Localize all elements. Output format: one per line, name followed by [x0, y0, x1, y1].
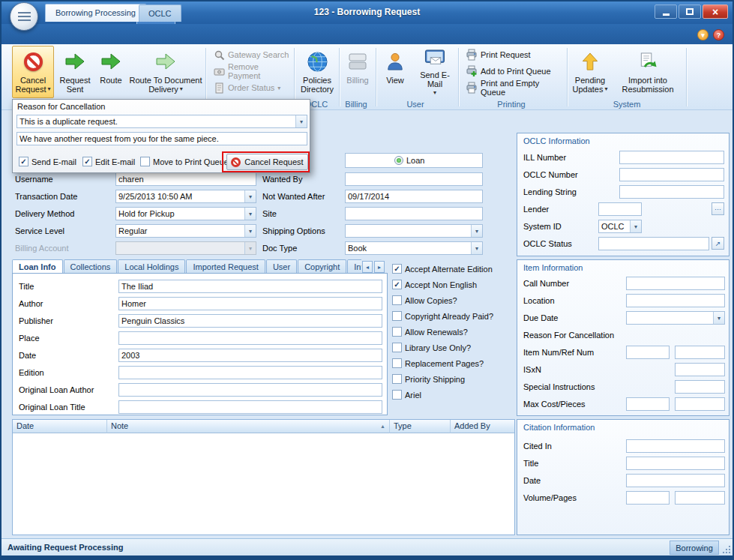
doc-type-select[interactable]: Book▾ — [345, 241, 483, 255]
tab-copyright[interactable]: Copyright — [298, 259, 346, 274]
edit-email-checkbox[interactable]: ✓Edit E-mail — [82, 156, 135, 167]
oclc-number-field[interactable] — [619, 168, 724, 181]
maximize-button[interactable] — [679, 4, 701, 19]
add-to-print-queue-button[interactable]: Add to Print Queue — [463, 64, 564, 79]
shipping-options-select[interactable]: ▾ — [345, 224, 483, 238]
request-sent-button[interactable]: Request Sent — [55, 46, 94, 98]
combo-arrow-icon[interactable]: ▾ — [244, 190, 256, 202]
column-header-note[interactable]: Note▲ — [107, 420, 390, 433]
column-header-type[interactable]: Type — [390, 420, 451, 433]
tab-scroll-left-button[interactable]: ◂ — [362, 261, 373, 273]
billing-button[interactable]: Billing — [341, 46, 374, 98]
site-field[interactable] — [345, 207, 483, 220]
wanted-by-field[interactable] — [345, 172, 483, 186]
tab-loan-info[interactable]: Loan Info — [12, 259, 63, 274]
option-checkbox[interactable]: Library Use Only? — [392, 342, 471, 353]
special-instructions-field[interactable] — [675, 380, 725, 394]
print-request-button[interactable]: Print Request — [463, 47, 564, 62]
oclc-status-refresh-button[interactable]: ↗ — [712, 237, 724, 250]
publisher-field[interactable]: Penguin Classics — [118, 314, 382, 328]
original-loan-title-field[interactable] — [118, 400, 382, 414]
collapse-ribbon-button[interactable]: ▾ — [697, 29, 709, 40]
place-field[interactable] — [118, 331, 382, 345]
tab-borrowing-processing[interactable]: Borrowing Processing — [45, 4, 146, 22]
combo-arrow-icon[interactable]: ▾ — [295, 115, 307, 127]
column-header-date[interactable]: Date — [13, 420, 107, 433]
request-type-loan-radio[interactable]: Loan — [394, 155, 424, 166]
oclc-status-field[interactable] — [598, 237, 709, 250]
order-status-button[interactable]: Order Status ▾ — [210, 80, 292, 95]
tab-scroll-right-button[interactable]: ▸ — [374, 261, 385, 273]
route-button[interactable]: Route — [96, 46, 126, 98]
citation-title-field[interactable] — [626, 457, 725, 470]
resize-grip[interactable] — [722, 545, 730, 553]
lender-browse-button[interactable]: ··· — [712, 202, 724, 215]
lending-string-field[interactable] — [619, 185, 724, 199]
send-email-button[interactable]: Send E-Mail ▾ — [413, 46, 457, 98]
minimize-button[interactable] — [655, 4, 677, 19]
tab-invoice[interactable]: Invoic — [347, 259, 361, 274]
not-wanted-after-field[interactable]: 09/17/2014 — [345, 190, 483, 203]
tab-imported-request[interactable]: Imported Request — [186, 259, 265, 274]
combo-arrow-icon[interactable]: ▾ — [471, 225, 482, 237]
due-date-select[interactable]: ▾ — [626, 311, 725, 325]
call-number-field[interactable] — [626, 277, 725, 290]
combo-arrow-icon[interactable]: ▾ — [713, 312, 724, 324]
system-id-select[interactable]: OCLC▾ — [598, 220, 642, 233]
tab-local-holdings[interactable]: Local Holdings — [118, 259, 185, 274]
pending-updates-button[interactable]: Pending Updates▾ — [569, 46, 611, 98]
edition-field[interactable] — [118, 366, 382, 379]
combo-arrow-icon[interactable]: ▾ — [244, 225, 256, 237]
volume-field[interactable] — [626, 491, 670, 505]
combo-arrow-icon[interactable]: ▾ — [630, 220, 641, 232]
policies-directory-button[interactable]: Policies Directory — [297, 46, 337, 98]
cancel-request-button[interactable]: Cancel Request▾ — [12, 46, 54, 98]
billing-account-select[interactable]: ▾ — [115, 241, 256, 255]
option-checkbox[interactable]: Allow Copies? — [392, 295, 457, 306]
option-checkbox[interactable]: Allow Renewals? — [392, 326, 468, 337]
gateway-search-button[interactable]: Gateway Search — [210, 47, 292, 62]
lender-field[interactable] — [598, 202, 642, 216]
print-and-empty-queue-button[interactable]: Print and Empty Queue — [463, 80, 564, 95]
delivery-method-select[interactable]: Hold for Pickup▾ — [115, 207, 256, 220]
option-checkbox[interactable]: Copyright Already Paid? — [392, 310, 493, 322]
close-button[interactable]: × — [703, 4, 728, 19]
transaction-date-select[interactable]: 9/25/2013 10:50 AM▾ — [115, 190, 256, 203]
pages-field[interactable] — [675, 491, 725, 505]
move-to-print-queue-checkbox[interactable]: Move to Print Queue — [140, 156, 229, 167]
help-button[interactable]: ? — [713, 29, 724, 40]
username-field[interactable]: charen — [115, 172, 256, 186]
date-field[interactable]: 2003 — [118, 349, 382, 362]
tab-user[interactable]: User — [266, 259, 297, 274]
citation-date-field[interactable] — [626, 474, 725, 487]
original-loan-author-field[interactable] — [118, 383, 382, 397]
tab-collections[interactable]: Collections — [64, 259, 118, 274]
isxn-field[interactable] — [675, 363, 725, 376]
author-field[interactable]: Homer — [118, 297, 382, 310]
combo-arrow-icon[interactable]: ▾ — [244, 208, 256, 220]
location-field[interactable] — [626, 294, 725, 307]
item-num-field[interactable] — [626, 346, 670, 359]
pieces-field[interactable] — [675, 397, 725, 411]
cancellation-reason-select[interactable]: This is a duplicate request.▾ — [16, 115, 307, 128]
option-checkbox[interactable]: ✓Accept Alternate Edition — [392, 263, 493, 274]
option-checkbox[interactable]: Replacement Pages? — [392, 358, 484, 369]
ill-number-field[interactable] — [619, 151, 724, 164]
route-to-document-delivery-button[interactable]: Route To Document Delivery▾ — [127, 46, 204, 98]
max-cost-field[interactable] — [626, 397, 670, 411]
tab-oclc[interactable]: OCLC — [139, 4, 181, 22]
option-checkbox[interactable]: Priority Shipping — [392, 373, 465, 385]
send-email-checkbox[interactable]: ✓Send E-mail — [19, 156, 76, 167]
column-header-added-by[interactable]: Added By — [451, 420, 514, 433]
ref-num-field[interactable] — [675, 346, 725, 359]
view-button[interactable]: View — [379, 46, 412, 98]
option-checkbox[interactable]: Ariel — [392, 389, 421, 400]
option-checkbox[interactable]: ✓Accept Non English — [392, 279, 477, 290]
cancellation-note-input[interactable]: We have another request from you for the… — [16, 132, 307, 145]
import-into-resubmission-button[interactable]: Import into Resubmission — [613, 46, 683, 98]
cited-in-field[interactable] — [626, 439, 725, 453]
app-menu-button[interactable] — [10, 2, 38, 31]
title-field[interactable]: The Iliad — [118, 280, 382, 293]
combo-arrow-icon[interactable]: ▾ — [471, 242, 482, 254]
remove-payment-button[interactable]: Remove Payment — [210, 64, 292, 79]
